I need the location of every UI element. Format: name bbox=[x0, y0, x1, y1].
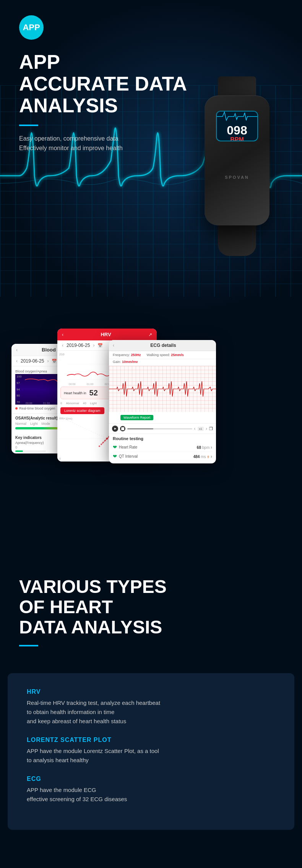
heart-rate-label-group: ❤ Heart Rate bbox=[113, 444, 137, 450]
speed-next[interactable]: › bbox=[206, 426, 207, 431]
heart-rate-label: Heart Rate bbox=[119, 445, 137, 449]
hrv-header: ‹ HRV ↗ bbox=[57, 329, 157, 340]
spo2-label-97: 97 bbox=[16, 381, 21, 385]
ecg-waveform-svg bbox=[109, 366, 216, 412]
svg-point-7 bbox=[99, 445, 100, 447]
hrv-date: 2019-06-25 bbox=[67, 343, 90, 348]
feature-lorentz: LORENTZ SCATTER PLOT APP have the module… bbox=[27, 737, 275, 765]
ecg-title: ECG details bbox=[114, 343, 212, 348]
hero-section: APP APP ACCURATE DATA ANALYSIS Easy oper… bbox=[0, 0, 302, 313]
ecg-chart bbox=[109, 366, 216, 412]
qt-interval-value: 484 bbox=[193, 455, 200, 459]
heart-health-score: 52 bbox=[89, 389, 98, 397]
device-strap-bottom bbox=[218, 225, 256, 256]
hrv-y-label: 210 bbox=[59, 353, 64, 356]
heart-rate-unit: bpm bbox=[202, 445, 209, 450]
osahs-normal: Normal bbox=[15, 422, 26, 426]
svg-point-15 bbox=[104, 441, 105, 442]
spo2-label-90: 90 bbox=[16, 394, 21, 397]
speed-prev[interactable]: ‹ bbox=[194, 426, 196, 431]
heart-rate-row: ❤ Heart Rate 68 bpm › bbox=[113, 443, 212, 452]
progress-bar[interactable] bbox=[127, 428, 192, 429]
feature-lorentz-desc: APP have the module Lorentz Scatter Plot… bbox=[27, 747, 275, 765]
feature-hrv: HRV Real-time HRV tracking test, analyze… bbox=[27, 688, 275, 726]
heart-rate-value: 68 bbox=[197, 445, 201, 450]
stop-button[interactable]: ■ bbox=[120, 426, 125, 431]
blood-oxygen-back-arrow[interactable]: ‹ bbox=[16, 347, 18, 353]
osahs-mode: Mode bbox=[42, 422, 50, 426]
types-section: VARIOUS TYPES OF HEART DATA ANALYSIS bbox=[0, 558, 302, 673]
heart-rate-detail-arrow[interactable]: › bbox=[211, 445, 212, 450]
app-badge: APP bbox=[19, 15, 44, 40]
osahs-light: Light bbox=[30, 422, 38, 426]
qt-interval-icon: ❤ bbox=[113, 453, 117, 459]
blood-oxygen-prev-icon[interactable]: ‹ bbox=[16, 358, 18, 364]
hero-subtitle-line2: Effectively monitor and improve health bbox=[19, 145, 123, 151]
ecg-gain-value: 10mm/mv bbox=[122, 360, 138, 364]
hrv-share-icon[interactable]: ↗ bbox=[148, 332, 152, 337]
ecg-gain-row: Gain: 10mm/mv bbox=[109, 359, 216, 366]
svg-point-8 bbox=[101, 444, 102, 445]
qt-interval-value-group: 484 ms ⇧ › bbox=[193, 454, 212, 459]
svg-point-14 bbox=[102, 443, 103, 444]
ecg-walking-speed-label: Walking speed: 25mm/s bbox=[147, 353, 184, 357]
hrv-next-icon[interactable]: › bbox=[93, 343, 94, 348]
hero-divider bbox=[19, 125, 38, 126]
spo2-label-100: 100 bbox=[16, 375, 21, 378]
hrv-light-label: Light bbox=[90, 402, 97, 405]
qt-interval-label-group: ❤ QT Interval bbox=[113, 453, 138, 459]
routine-section: Routine testing ❤ Heart Rate 68 bpm › bbox=[109, 434, 216, 463]
qt-interval-label: QT Interval bbox=[119, 454, 138, 458]
hrv-calendar-icon[interactable]: 📅 bbox=[97, 343, 103, 348]
device-brand-text: SPOVAN bbox=[225, 175, 249, 180]
blood-oxygen-next-icon[interactable]: › bbox=[47, 358, 49, 364]
play-button[interactable]: ▶ bbox=[112, 426, 118, 432]
hero-subtitle: Easy operation, comprehensive data Effec… bbox=[19, 134, 283, 153]
types-title-line3: DATA ANALYSIS bbox=[19, 617, 162, 637]
hero-title-line3: ANALYSIS bbox=[19, 94, 118, 117]
app-badge-text: APP bbox=[23, 23, 40, 32]
ecg-frequency-label: Frequency: 250Hz bbox=[113, 353, 141, 357]
hrv-x-40: 40 bbox=[83, 402, 86, 405]
table-icon: ☷ bbox=[112, 416, 115, 419]
hrv-back-arrow[interactable]: ‹ bbox=[62, 332, 63, 337]
routine-title: Routine testing bbox=[113, 436, 212, 441]
feature-ecg: ECG APP have the module ECGeffective scr… bbox=[27, 776, 275, 804]
svg-text:0: 0 bbox=[59, 457, 61, 460]
fullscreen-button[interactable]: ❐ bbox=[209, 426, 213, 431]
ecg-walking-speed-value: 25mm/s bbox=[171, 353, 184, 357]
hero-title-line1: APP bbox=[19, 51, 60, 73]
types-title-line1: VARIOUS TYPES bbox=[19, 577, 167, 597]
screenshots-section: ‹ Blood oxygen ↗ ‹ 2019-06-25 › 📅 ✎ Bloo… bbox=[0, 313, 302, 558]
heart-rate-value-group: 68 bpm › bbox=[197, 445, 212, 450]
ecg-card: ‹ ECG details Frequency: 250Hz Walking s… bbox=[109, 340, 216, 463]
svg-point-16 bbox=[106, 439, 107, 440]
hero-subtitle-line1: Easy operation, comprehensive data bbox=[19, 135, 119, 142]
types-title: VARIOUS TYPES OF HEART DATA ANALYSIS bbox=[19, 577, 283, 637]
hrv-x-zero: 0 bbox=[60, 402, 62, 405]
hrv-prev-icon[interactable]: ‹ bbox=[62, 343, 63, 348]
screenshots-row: ‹ Blood oxygen ↗ ‹ 2019-06-25 › 📅 ✎ Bloo… bbox=[8, 321, 294, 542]
hero-title: APP ACCURATE DATA ANALYSIS bbox=[19, 51, 283, 117]
lorentz-btn[interactable]: Lorentz scatter diagram bbox=[60, 407, 104, 414]
types-divider bbox=[19, 645, 38, 646]
qt-interval-detail-arrow[interactable]: › bbox=[211, 454, 212, 459]
svg-text:RRI+1(ms): RRI+1(ms) bbox=[59, 417, 72, 420]
heart-health-text: Heart health in bbox=[64, 391, 86, 395]
hero-title-line2: ACCURATE DATA bbox=[19, 73, 187, 95]
spo2-label-94: 94 bbox=[16, 388, 21, 391]
feature-hrv-desc: Real-time HRV tracking test, analyze eac… bbox=[27, 698, 275, 726]
feature-lorentz-title: LORENTZ SCATTER PLOT bbox=[27, 737, 275, 743]
qt-interval-row: ❤ QT Interval 484 ms ⇧ › bbox=[113, 452, 212, 461]
spo2-legend-dot bbox=[15, 407, 18, 410]
heart-rate-icon: ❤ bbox=[113, 444, 117, 450]
blood-oxygen-calendar-icon[interactable]: 📅 bbox=[52, 359, 57, 364]
ecg-frequency-value: 250Hz bbox=[131, 353, 141, 357]
spo2-label-70: 70 bbox=[16, 400, 21, 404]
hrv-abnormal: Abnormal bbox=[66, 402, 79, 405]
feature-ecg-title: ECG bbox=[27, 776, 275, 782]
waveform-badge: Waveform Report bbox=[120, 415, 153, 420]
spo2-legend-text: Real-time blood oxygen bbox=[19, 406, 55, 410]
qt-up-arrow: ⇧ bbox=[207, 455, 209, 459]
features-section: HRV Real-time HRV tracking test, analyze… bbox=[8, 673, 294, 830]
